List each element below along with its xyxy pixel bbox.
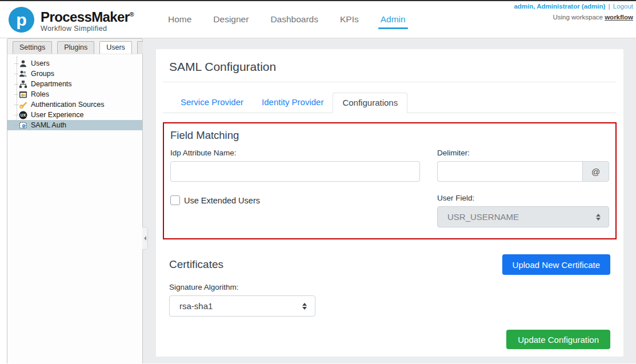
- sidebar-item-user-experience[interactable]: UX User Experience: [7, 110, 142, 120]
- tab-identity-provider[interactable]: Identity Provider: [253, 93, 333, 113]
- sidebar-item-users[interactable]: Users: [7, 58, 142, 69]
- ux-badge-icon: UX: [19, 111, 27, 119]
- update-configuration-button[interactable]: Update Configuration: [506, 330, 610, 349]
- sidebar-item-authentication-sources[interactable]: Authentication Sources: [7, 99, 142, 110]
- workspace-prefix: Using workspace: [553, 14, 605, 21]
- tab-service-provider[interactable]: Service Provider: [171, 93, 253, 113]
- sidebar-column: Settings Plugins Users Logs Users Groups: [0, 38, 143, 363]
- page-title: SAML Configuration: [163, 49, 617, 74]
- nav-item-dashboards[interactable]: Dashboards: [259, 1, 329, 38]
- certificate-icon: [19, 121, 27, 130]
- sidebar-item-label: Authentication Sources: [31, 101, 105, 109]
- idp-attribute-name-label: Idp Attribute Name:: [170, 149, 420, 157]
- delimiter-input-group: @: [437, 161, 609, 182]
- user-field-selected-value: USR_USERNAME: [447, 212, 519, 222]
- user-name: admin, Administrator (admin): [514, 3, 605, 10]
- sidebar-item-departments[interactable]: Departments: [7, 79, 142, 89]
- saml-tabs: Service Provider Identity Provider Confi…: [163, 93, 617, 113]
- sidebar-item-label: Departments: [31, 80, 72, 88]
- nav-item-kpis[interactable]: KPIs: [329, 1, 370, 38]
- sidebar-item-saml-auth[interactable]: SAML Auth: [7, 120, 142, 130]
- field-matching-grid: Idp Attribute Name: Use Extended Users D…: [170, 149, 609, 227]
- sidebar-tab-users[interactable]: Users: [99, 41, 132, 54]
- sidebar-item-label: SAML Auth: [31, 121, 66, 129]
- workspace-line: Using workspace workflow: [514, 14, 633, 21]
- upload-new-certificate-button[interactable]: Upload New Certificate: [502, 254, 610, 275]
- nav-item-home[interactable]: Home: [157, 1, 202, 38]
- field-matching-section: Field Matching Idp Attribute Name: Use E…: [163, 122, 617, 239]
- select-updown-icon: [596, 214, 601, 221]
- field-matching-heading: Field Matching: [170, 129, 609, 142]
- use-extended-users-checkbox[interactable]: [170, 195, 180, 205]
- collapse-left-icon: [144, 236, 146, 241]
- idp-attribute-name-input[interactable]: [170, 161, 420, 182]
- certificates-heading: Certificates: [169, 258, 223, 271]
- nav-item-designer[interactable]: Designer: [202, 1, 259, 38]
- workspace-link[interactable]: workflow: [605, 14, 633, 21]
- signature-algorithm-block: Signature Algorithm: rsa-sha1: [169, 283, 610, 317]
- app-header: p ProcessMaker® Workflow Simplified Home…: [0, 1, 636, 38]
- use-extended-users-label: Use Extended Users: [184, 196, 260, 205]
- brand-text: ProcessMaker® Workflow Simplified: [41, 7, 134, 33]
- use-extended-users-row: Use Extended Users: [170, 195, 420, 205]
- content-region: Settings Plugins Users Logs Users Groups: [0, 38, 636, 363]
- sidebar-item-label: User Experience: [31, 111, 83, 119]
- user-logout-divider: |: [607, 3, 611, 10]
- signature-algorithm-select[interactable]: rsa-sha1: [169, 295, 315, 317]
- sidebar-collapse-handle[interactable]: [142, 227, 148, 250]
- svg-text:p: p: [16, 10, 27, 29]
- signature-algorithm-label: Signature Algorithm:: [169, 283, 610, 291]
- nav-item-admin[interactable]: Admin: [370, 1, 417, 38]
- brand-name: ProcessMaker®: [41, 7, 134, 24]
- sidebar-tabs: Settings Plugins Users Logs: [7, 39, 142, 54]
- tab-configurations[interactable]: Configurations: [333, 93, 407, 113]
- roles-window-key-icon: [19, 90, 27, 99]
- processmaker-logo[interactable]: p ProcessMaker® Workflow Simplified: [8, 6, 134, 33]
- at-sign-addon: @: [582, 161, 609, 182]
- sidebar-item-roles[interactable]: Roles: [7, 89, 142, 99]
- org-chart-icon: [19, 80, 27, 89]
- saml-configuration-card: SAML Configuration Service Provider Iden…: [156, 49, 623, 357]
- user-info: admin, Administrator (admin) | Logout Us…: [514, 3, 633, 21]
- registered-mark: ®: [130, 11, 134, 18]
- update-row: Update Configuration: [169, 330, 610, 349]
- select-updown-icon: [302, 303, 307, 310]
- sidebar-item-groups[interactable]: Groups: [7, 69, 142, 79]
- sidebar-tab-settings[interactable]: Settings: [13, 41, 52, 54]
- user-field-label: User Field:: [437, 194, 609, 202]
- logout-link[interactable]: Logout: [613, 3, 633, 10]
- delimiter-input[interactable]: [437, 161, 582, 182]
- sidebar-tree: Users Groups Departments: [7, 54, 142, 130]
- signature-algorithm-selected-value: rsa-sha1: [179, 301, 213, 311]
- certificates-header-row: Certificates Upload New Certificate: [169, 254, 610, 275]
- field-matching-right-column: Delimiter: @ User Field: USR_USERNAME: [437, 149, 609, 227]
- sidebar-item-label: Users: [31, 59, 50, 67]
- brand-tagline: Workflow Simplified: [41, 25, 134, 33]
- sidebar-item-label: Roles: [31, 90, 49, 98]
- sidebar-item-label: Groups: [31, 70, 54, 78]
- title-divider: [163, 82, 617, 82]
- processmaker-logo-icon: p: [8, 6, 35, 33]
- group-icon: [19, 70, 27, 78]
- delimiter-label: Delimiter:: [437, 149, 609, 157]
- user-line: admin, Administrator (admin) | Logout: [514, 3, 633, 10]
- admin-sidebar: Settings Plugins Users Logs Users Groups: [7, 38, 143, 363]
- user-icon: [19, 59, 27, 68]
- user-field-select[interactable]: USR_USERNAME: [437, 206, 609, 227]
- sidebar-tab-plugins[interactable]: Plugins: [57, 41, 94, 54]
- main-nav: Home Designer Dashboards KPIs Admin: [157, 1, 417, 38]
- main-region: SAML Configuration Service Provider Iden…: [143, 38, 636, 363]
- key-icon: [19, 101, 27, 109]
- svg-text:UX: UX: [21, 113, 26, 117]
- field-matching-left-column: Idp Attribute Name: Use Extended Users: [170, 149, 420, 227]
